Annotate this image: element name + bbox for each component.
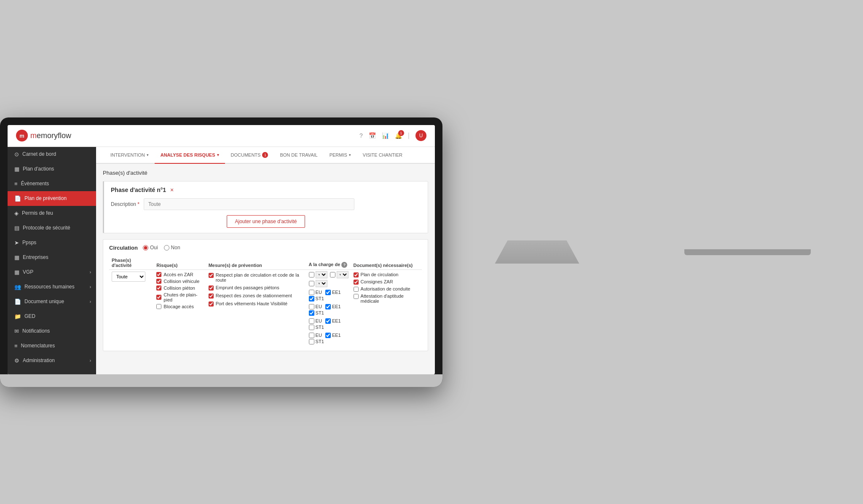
sidebar-item-rh[interactable]: 👥 Ressources humaines › — [8, 280, 96, 294]
tab-bar: INTERVENTION ▾ ANALYSE DES RISQUES ▾ DOC… — [96, 147, 435, 164]
charge-pair: EU EE1 — [309, 304, 348, 309]
col-phase: Phase(s) d'activité — [109, 256, 154, 270]
charge-eu-2-checkbox[interactable] — [309, 304, 314, 309]
sidebar-item-label: Permis de feu — [22, 210, 53, 216]
charge-ee1-4-checkbox[interactable] — [325, 333, 331, 338]
measure-2-checkbox[interactable] — [209, 285, 214, 291]
chart-icon[interactable]: 📊 — [382, 132, 389, 139]
sidebar-item-actions[interactable]: ▦ Plan d'actions — [8, 162, 96, 176]
sidebar-item-doc-unique[interactable]: 📄 Document unique › — [8, 294, 96, 309]
tab-analyse-risques[interactable]: ANALYSE DES RISQUES ▾ — [155, 147, 225, 164]
tab-bon-travail[interactable]: BON DE TRAVAIL — [274, 147, 323, 164]
help-icon[interactable]: ? — [359, 132, 363, 139]
measure-item: Port des vêtements Haute Visibilité — [209, 300, 304, 308]
risk-blocage-checkbox[interactable] — [156, 304, 161, 309]
doc-plan-checkbox[interactable] — [354, 272, 359, 277]
documents-cell: Plan de circulation Consignes ZAR — [351, 269, 422, 346]
tab-permis[interactable]: PERMIS ▾ — [324, 147, 357, 164]
charge-header-ee-checkbox[interactable] — [330, 272, 335, 277]
col-doc: Document(s) nécessaire(s) — [351, 256, 422, 270]
charge-ee1-2-checkbox[interactable] — [325, 304, 331, 309]
charge-eu-1-checkbox[interactable] — [309, 290, 314, 295]
sidebar-item-entreprises[interactable]: ▦ Entreprises — [8, 250, 96, 265]
tab-visite-chantier[interactable]: VISITE CHANTIER — [357, 147, 408, 164]
sidebar-item-label: Administration — [23, 357, 55, 363]
sidebar-item-carnet[interactable]: ⊙ Carnet de bord — [8, 147, 96, 162]
description-label: Description * — [111, 201, 139, 207]
risk-zar-checkbox[interactable] — [156, 272, 161, 277]
charge-eu-3-checkbox[interactable] — [309, 318, 314, 324]
charge-eu-select[interactable]: ▾ — [316, 271, 327, 278]
divider: | — [408, 132, 410, 139]
risk-chutes-checkbox[interactable] — [156, 295, 161, 300]
radio-non-label[interactable]: Non — [164, 245, 180, 251]
charge-header2-select[interactable]: ▾ — [316, 280, 327, 287]
charge-st1-3-checkbox[interactable] — [309, 325, 314, 330]
charge-st1-4-checkbox[interactable] — [309, 339, 314, 344]
measure-item: Respect plan de circulation et code de l… — [209, 271, 304, 284]
sidebar-item-notifications[interactable]: ✉ Notifications — [8, 324, 96, 339]
sidebar-item-protocole[interactable]: ▤ Protocole de sécurité — [8, 221, 96, 235]
radio-non[interactable] — [164, 245, 169, 251]
measure-item: Emprunt des passages piétons — [209, 284, 304, 292]
radio-oui[interactable] — [143, 245, 148, 251]
documents-badge: 1 — [262, 152, 268, 158]
sidebar-item-ppsps[interactable]: ➤ Ppsps — [8, 235, 96, 250]
charge-eu-4: EU — [309, 333, 322, 338]
doc-item: Consignes ZAR — [354, 278, 419, 285]
phase-close-button[interactable]: × — [170, 187, 174, 193]
description-input[interactable] — [144, 198, 354, 210]
measure-3-checkbox[interactable] — [209, 293, 214, 299]
app-body: ⊙ Carnet de bord ▦ Plan d'actions ≡ Évèn… — [8, 147, 435, 374]
charge-ee-select[interactable]: ▾ — [337, 271, 348, 278]
phase-select[interactable]: Toute — [112, 272, 145, 282]
doc-consignes-checkbox[interactable] — [354, 280, 359, 285]
notifications-icon[interactable]: 🔔 1 — [395, 132, 402, 139]
charge-st1-1-checkbox[interactable] — [309, 296, 314, 301]
col-charge: A la charge de ? — [306, 256, 351, 270]
measure-4-checkbox[interactable] — [209, 301, 214, 307]
charge-st1-4: ST1 — [309, 339, 348, 344]
doc-item: Plan de circulation — [354, 271, 419, 278]
logo-icon: m — [16, 130, 28, 141]
risk-collision-pieton-checkbox[interactable] — [156, 285, 161, 291]
sidebar-item-evenements[interactable]: ≡ Évènements — [8, 176, 96, 191]
charge-ee1-3-checkbox[interactable] — [325, 318, 331, 324]
tab-documents[interactable]: DOCUMENTS 1 — [225, 147, 274, 164]
user-avatar[interactable]: U — [415, 130, 426, 141]
risk-table: Phase(s) d'activité Risque(s) Mesure(s) … — [109, 256, 422, 346]
charge-header-eu-checkbox[interactable] — [309, 272, 314, 277]
analyse-dropdown-icon: ▾ — [217, 153, 219, 157]
permis-feu-icon: ◈ — [14, 210, 19, 216]
sidebar-item-label: Plan de prévention — [24, 195, 67, 201]
sidebar-item-nomenclatures[interactable]: ≡ Nomenclatures — [8, 339, 96, 353]
help-charge-icon[interactable]: ? — [341, 262, 347, 268]
col-risque: Risque(s) — [154, 256, 206, 270]
sidebar-item-vgp[interactable]: ▦ VGP › — [8, 265, 96, 280]
charge-st1-3: ST1 — [309, 325, 348, 330]
radio-oui-label[interactable]: Oui — [143, 245, 158, 251]
risk-collision-veh-checkbox[interactable] — [156, 279, 161, 284]
vgp-icon: ▦ — [14, 269, 19, 275]
sidebar-item-permis-feu[interactable]: ◈ Permis de feu — [8, 206, 96, 221]
ged-icon: 📁 — [14, 313, 21, 320]
doc-list: Plan de circulation Consignes ZAR — [354, 271, 419, 304]
charge-eu-4-checkbox[interactable] — [309, 333, 314, 338]
sidebar-item-ged[interactable]: 📁 GED — [8, 309, 96, 324]
doc-attestation-checkbox[interactable] — [354, 294, 359, 299]
calendar-icon[interactable]: 📅 — [369, 132, 376, 139]
charge-header2-checkbox[interactable] — [309, 281, 314, 286]
sidebar-item-administration[interactable]: ⚙ Administration › — [8, 353, 96, 368]
prevention-icon: 📄 — [14, 195, 21, 202]
sidebar-item-prevention[interactable]: 📄 Plan de prévention — [8, 191, 96, 206]
tab-intervention[interactable]: INTERVENTION ▾ — [105, 147, 155, 164]
add-phase-button[interactable]: Ajouter une phase d'activité — [227, 215, 305, 228]
charge-pair: EU EE1 — [309, 318, 348, 324]
charge-ee1-1-checkbox[interactable] — [325, 290, 331, 295]
risk-item: Accès en ZAR — [156, 271, 203, 278]
charge-eu-2: EU — [309, 304, 322, 309]
measure-1-checkbox[interactable] — [209, 273, 214, 278]
sidebar-item-label: Document unique — [24, 299, 64, 304]
charge-st1-2-checkbox[interactable] — [309, 310, 314, 316]
doc-autorisation-checkbox[interactable] — [354, 287, 359, 292]
